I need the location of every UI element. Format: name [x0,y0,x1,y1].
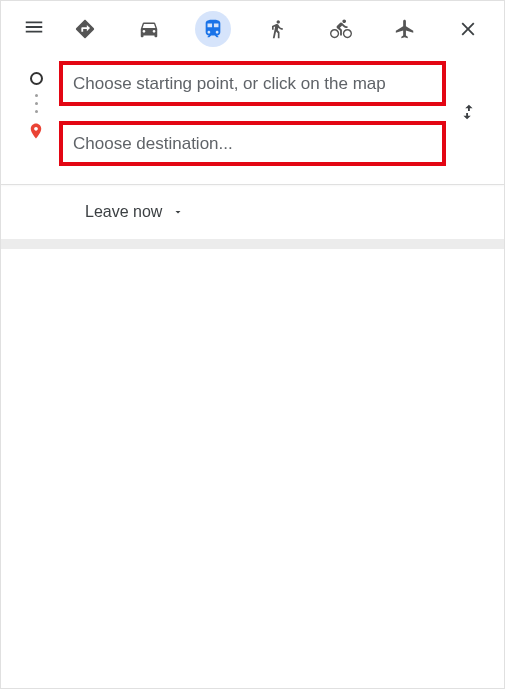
train-icon [202,18,224,40]
starting-point-input[interactable] [63,65,442,102]
directions-icon [74,18,96,40]
plane-icon [394,18,416,40]
waypoint-markers [23,61,49,166]
starting-point-field [59,61,446,106]
swap-icon [457,101,479,123]
content-separator [1,239,504,249]
input-fields [49,61,446,166]
mode-driving[interactable] [131,11,167,47]
mode-best[interactable] [67,11,103,47]
directions-inputs [1,55,504,184]
travel-mode-row [67,11,428,47]
schedule-label: Leave now [85,203,162,221]
destination-field [59,121,446,166]
mode-walking[interactable] [259,11,295,47]
dropdown-arrow-icon [172,206,184,218]
destination-marker-icon [27,122,45,144]
close-icon [457,18,479,40]
schedule-dropdown[interactable]: Leave now [1,185,504,239]
hamburger-icon [23,16,45,38]
close-button[interactable] [450,11,486,47]
mode-flights[interactable] [387,11,423,47]
mode-transit[interactable] [195,11,231,47]
swap-button[interactable] [457,101,479,127]
bike-icon [329,18,353,40]
destination-input[interactable] [63,125,442,162]
start-marker-icon [30,72,43,85]
walk-icon [267,18,287,40]
car-icon [138,18,160,40]
route-dots-icon [35,94,38,113]
mode-cycling[interactable] [323,11,359,47]
menu-button[interactable] [23,16,45,42]
